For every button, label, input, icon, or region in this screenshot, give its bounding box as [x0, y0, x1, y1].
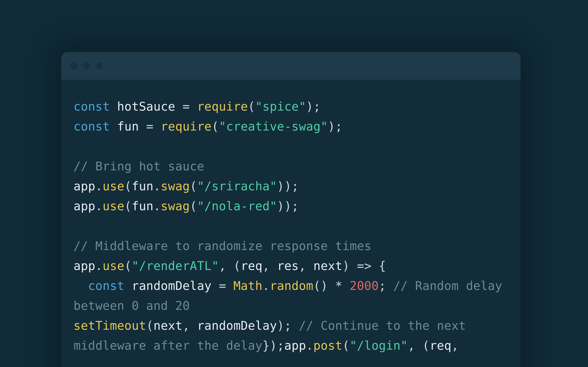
code-token-pun: ) => { [342, 259, 386, 273]
code-line: const fun = require("creative-swag"); [73, 117, 508, 136]
code-token-pun: . [306, 339, 313, 352]
code-token-num: 2000 [350, 279, 379, 293]
code-token-pun: ( [124, 259, 131, 273]
code-token-id: fun [132, 199, 153, 213]
code-line [73, 216, 508, 236]
code-token-pun: . [95, 199, 102, 213]
window-titlebar [61, 52, 521, 80]
code-token-id: app [284, 339, 306, 352]
code-token-pun: ( [190, 179, 197, 193]
code-token-id: req [241, 259, 262, 273]
code-token-str: "spice" [255, 100, 306, 113]
code-token-id: res [277, 259, 299, 273]
code-token-fn: random [270, 279, 313, 293]
code-token-pun: ); [306, 100, 321, 113]
code-token-pun: )); [277, 199, 299, 213]
code-token-pun [110, 100, 117, 113]
code-token-pun: ( [124, 199, 131, 213]
code-token-pun: ( [248, 100, 255, 113]
code-token-pun: , ( [219, 259, 241, 273]
code-token-pun: = [212, 279, 233, 293]
code-token-pun: = [139, 119, 161, 133]
code-token-pun: }); [262, 339, 284, 352]
code-token-pun: = [175, 100, 197, 113]
code-area[interactable]: const hotSauce = require("spice");const … [61, 80, 521, 356]
code-line: app.use("/renderATL", (req, res, next) =… [73, 256, 508, 276]
code-token-id: next [153, 319, 183, 333]
code-line: const hotSauce = require("spice"); [73, 97, 508, 117]
code-line: setTimeout(next, randomDelay); // Contin… [73, 316, 508, 356]
code-token-fn: setTimeout [73, 319, 146, 333]
code-token-id: next [313, 259, 342, 273]
code-token-fn: require [161, 119, 212, 133]
code-token-pun: . [262, 279, 270, 293]
code-token-id: fun [132, 179, 153, 193]
code-line: // Bring hot sauce [73, 156, 508, 176]
code-token-kw: const [73, 100, 110, 113]
code-token-pun: . [153, 179, 161, 193]
code-token-pun: . [95, 179, 102, 193]
code-token-str: "creative-swag" [219, 119, 328, 133]
code-token-fn: use [103, 259, 124, 273]
code-token-pun: , [262, 259, 277, 273]
code-token-pun: ( [342, 339, 350, 352]
code-token-pun [110, 119, 117, 133]
code-line: const randomDelay = Math.random() * 2000… [73, 276, 508, 316]
code-token-pun: . [153, 199, 161, 213]
code-editor-window: const hotSauce = require("spice");const … [61, 52, 521, 367]
code-token-fn: use [103, 199, 124, 213]
window-control-dot[interactable] [96, 63, 103, 69]
code-token-pun [73, 279, 88, 293]
code-token-str: "/renderATL" [132, 259, 219, 273]
code-token-str: "/login" [350, 339, 408, 352]
code-line [73, 136, 508, 156]
code-token-id: req [430, 339, 451, 352]
code-token-com: // Bring hot sauce [73, 159, 204, 173]
code-token-id: randomDelay [197, 319, 277, 333]
code-token-fn: post [313, 339, 342, 352]
code-token-id: randomDelay [132, 279, 212, 293]
code-token-str: "/nola-red" [197, 199, 277, 213]
code-token-pun: () * [313, 279, 350, 293]
code-token-kw: const [88, 279, 124, 293]
code-token-pun [124, 279, 131, 293]
code-token-pun: ); [328, 119, 342, 133]
code-token-pun: ); [277, 319, 299, 333]
code-token-id: app [73, 199, 95, 213]
code-token-pun: ( [124, 179, 131, 193]
code-token-pun: ; [379, 279, 393, 293]
code-token-pun: , [299, 259, 313, 273]
code-token-pun: . [95, 259, 102, 273]
code-token-id: hotSauce [117, 100, 175, 113]
code-token-pun: ( [212, 119, 219, 133]
code-token-pun: ( [146, 319, 153, 333]
code-token-id: app [73, 179, 95, 193]
code-token-pun: )); [277, 179, 299, 193]
code-token-fn: require [197, 100, 248, 113]
code-token-com: // Middleware to randomize response time… [73, 239, 371, 253]
code-token-cls: Math [233, 279, 262, 293]
code-token-kw: const [73, 119, 110, 133]
window-control-dot[interactable] [83, 63, 90, 69]
code-token-pun: ( [190, 199, 197, 213]
code-token-pun: , ( [408, 339, 429, 352]
code-token-str: "/sriracha" [197, 179, 277, 193]
code-token-fn: swag [161, 179, 190, 193]
code-line: // Middleware to randomize response time… [73, 236, 508, 256]
code-line: app.use(fun.swag("/nola-red")); [73, 196, 508, 216]
code-token-fn: use [103, 179, 124, 193]
window-control-dot[interactable] [70, 63, 77, 69]
code-token-pun: , [451, 339, 466, 352]
code-token-pun: , [183, 319, 197, 333]
code-token-id: app [73, 259, 95, 273]
code-token-id: fun [117, 119, 139, 133]
code-line: app.use(fun.swag("/sriracha")); [73, 176, 508, 196]
code-token-fn: swag [161, 199, 190, 213]
